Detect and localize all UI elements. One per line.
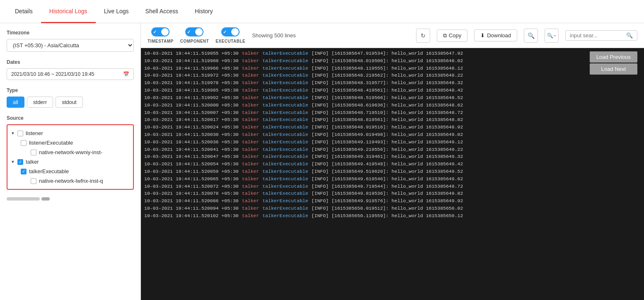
listener-label: listener <box>26 130 43 136</box>
log-message: [INFO] [1615385648.619636]: hello_world … <box>312 102 463 109</box>
timestamp-toggle-knob <box>161 28 169 36</box>
log-component: talker <box>242 197 259 205</box>
log-timestamp: 10-03-2021 19:44:11.520065 +05:30 <box>144 175 239 183</box>
log-executable: talkerExecutable <box>262 205 308 212</box>
log-executable: talkerExecutable <box>262 87 308 94</box>
executable-toggle[interactable] <box>221 27 240 36</box>
native-network-lwfnx-checkbox[interactable] <box>31 178 36 184</box>
log-timestamp: 10-03-2021 19:44:11.520041 +05:30 <box>144 146 239 153</box>
log-executable: talkerExecutable <box>262 94 308 102</box>
log-component: talker <box>242 123 259 131</box>
log-timestamp: 10-03-2021 19:44:11.520059 +05:30 <box>144 168 239 175</box>
copy-button[interactable]: ⧉ Copy <box>437 29 467 42</box>
tab-historical-logs[interactable]: Historical Logs <box>41 0 96 23</box>
tab-shell-access[interactable]: Shell Access <box>137 0 186 23</box>
log-message: [INFO] [1615385649.719544]: hello_world … <box>312 183 463 190</box>
zoom-in-button[interactable]: 🔍 <box>524 29 538 43</box>
timezone-section: Timezone (IST +05:30) - Asia/Calcutta <box>7 30 134 52</box>
source-item-listener[interactable]: ▼ listener <box>11 128 130 138</box>
load-previous-button[interactable]: Load Previous <box>590 51 637 63</box>
search-input[interactable] <box>570 32 624 39</box>
log-message: [INFO] [1615385648.219562]: hello_world … <box>312 72 463 79</box>
log-executable: talkerExecutable <box>262 72 308 79</box>
log-timestamp: 10-03-2021 19:44:11.520072 +05:30 <box>144 183 239 190</box>
log-line: 10-03-2021 19:44:11.519955 +05:30 talker… <box>144 50 641 57</box>
zoom-in-icon: 🔍 <box>528 32 535 39</box>
zoom-out-icon: 🔍− <box>547 33 556 39</box>
log-timestamp: 10-03-2021 19:44:11.520047 +05:30 <box>144 153 239 160</box>
log-message: [INFO] [1615385648.319577]: hello_world … <box>312 79 463 87</box>
tab-history[interactable]: History <box>186 0 221 23</box>
log-line: 10-03-2021 19:44:11.520017 +05:30 talker… <box>144 116 641 123</box>
log-message: [INFO] [1615385648.819561]: hello_world … <box>312 116 463 123</box>
log-timestamp: 10-03-2021 19:44:11.519966 +05:30 <box>144 65 239 72</box>
type-buttons-group: all stderr stdout <box>7 97 134 108</box>
dates-label: Dates <box>7 59 134 65</box>
log-line: 10-03-2021 19:44:11.519992 +05:30 talker… <box>144 94 641 102</box>
log-line: 10-03-2021 19:44:11.520065 +05:30 talker… <box>144 175 641 183</box>
date-range-input[interactable]: 2021/03/10 18:46 ~ 2021/03/10 19:45 📅 <box>7 68 134 80</box>
log-executable: talkerExecutable <box>262 212 308 220</box>
log-executable: talkerExecutable <box>262 175 308 183</box>
tab-live-logs[interactable]: Live Logs <box>96 0 137 23</box>
log-message: [INFO] [1615385649.019498]: hello_world … <box>312 131 463 138</box>
type-btn-all[interactable]: all <box>7 97 24 108</box>
log-message: [INFO] [1615385647.919534]: hello_world … <box>312 50 463 57</box>
source-item-listener-executable[interactable]: listenerExecutable <box>11 138 130 148</box>
timestamp-toggle-group: TIMESTAMP <box>148 27 174 44</box>
log-line: 10-03-2021 19:44:11.519985 +05:30 talker… <box>144 87 641 94</box>
log-line: 10-03-2021 19:44:11.520047 +05:30 talker… <box>144 153 641 160</box>
log-line: 10-03-2021 19:44:11.520094 +05:30 talker… <box>144 205 641 212</box>
refresh-icon: ↻ <box>421 32 426 39</box>
log-component: talker <box>242 102 259 109</box>
zoom-out-button[interactable]: 🔍− <box>545 29 559 43</box>
chevron-down-icon-talker: ▼ <box>11 160 15 164</box>
timezone-select[interactable]: (IST +05:30) - Asia/Calcutta <box>7 39 134 52</box>
timezone-label: Timezone <box>7 30 134 36</box>
log-timestamp: 10-03-2021 19:44:11.519955 +05:30 <box>144 50 239 57</box>
log-executable: talkerExecutable <box>262 50 308 57</box>
source-item-native-network-lwfnx[interactable]: native-network-lwfnx-inst-q <box>11 176 130 186</box>
log-message: [INFO] [1615385648.719510]: hello_world … <box>312 109 463 116</box>
download-button[interactable]: ⬇ Download <box>474 29 517 41</box>
native-network-lwfnx-label: native-network-lwfnx-inst-q <box>39 178 103 184</box>
log-line: 10-03-2021 19:44:11.520036 +05:30 talker… <box>144 138 641 146</box>
log-executable: talkerExecutable <box>262 197 308 205</box>
type-btn-stderr[interactable]: stderr <box>27 97 53 108</box>
log-component: talker <box>242 109 259 116</box>
date-range-value: 2021/03/10 18:46 ~ 2021/03/10 19:45 <box>11 71 94 77</box>
log-component: talker <box>242 131 259 138</box>
listener-executable-checkbox[interactable] <box>21 140 27 146</box>
log-component: talker <box>242 175 259 183</box>
refresh-button[interactable]: ↻ <box>416 29 430 43</box>
listener-checkbox[interactable] <box>17 131 23 136</box>
dates-section: Dates 2021/03/10 18:46 ~ 2021/03/10 19:4… <box>7 59 134 80</box>
log-component: talker <box>242 72 259 79</box>
log-timestamp: 10-03-2021 19:44:11.519978 +05:30 <box>144 79 239 87</box>
source-item-native-network-wwniy[interactable]: native-network-wwniy-inst- <box>11 148 130 157</box>
log-line: 10-03-2021 19:44:11.520086 +05:30 talker… <box>144 197 641 205</box>
log-timestamp: 10-03-2021 19:44:11.520017 +05:30 <box>144 116 239 123</box>
component-toggle[interactable] <box>185 27 203 36</box>
load-next-button[interactable]: Load Next <box>590 63 637 75</box>
log-line: 10-03-2021 19:44:11.520072 +05:30 talker… <box>144 183 641 190</box>
timestamp-toggle[interactable] <box>151 27 169 36</box>
log-executable: talkerExecutable <box>262 146 308 153</box>
source-item-talker-executable[interactable]: talkerExecutable <box>11 167 130 176</box>
talker-checkbox[interactable] <box>17 159 23 165</box>
log-component: talker <box>242 168 259 175</box>
type-btn-stdout[interactable]: stdout <box>56 97 82 108</box>
native-network-wwniy-checkbox[interactable] <box>31 150 36 155</box>
log-timestamp: 10-03-2021 19:44:11.520086 +05:30 <box>144 197 239 205</box>
log-message: [INFO] [1615385649.119493]: hello_world … <box>312 138 463 146</box>
log-component: talker <box>242 65 259 72</box>
talker-executable-checkbox[interactable] <box>21 169 27 174</box>
log-timestamp: 10-03-2021 19:44:11.520094 +05:30 <box>144 205 239 212</box>
tab-details[interactable]: Details <box>7 0 41 23</box>
log-content[interactable]: 10-03-2021 19:44:11.519955 +05:30 talker… <box>141 48 644 300</box>
log-message: [INFO] [1615385649.919576]: hello_world … <box>312 197 463 205</box>
log-line: 10-03-2021 19:44:11.519966 +05:30 talker… <box>144 65 641 72</box>
executable-label: EXECUTABLE <box>215 39 245 44</box>
log-executable: talkerExecutable <box>262 102 308 109</box>
source-item-talker[interactable]: ▼ talker <box>11 157 130 167</box>
